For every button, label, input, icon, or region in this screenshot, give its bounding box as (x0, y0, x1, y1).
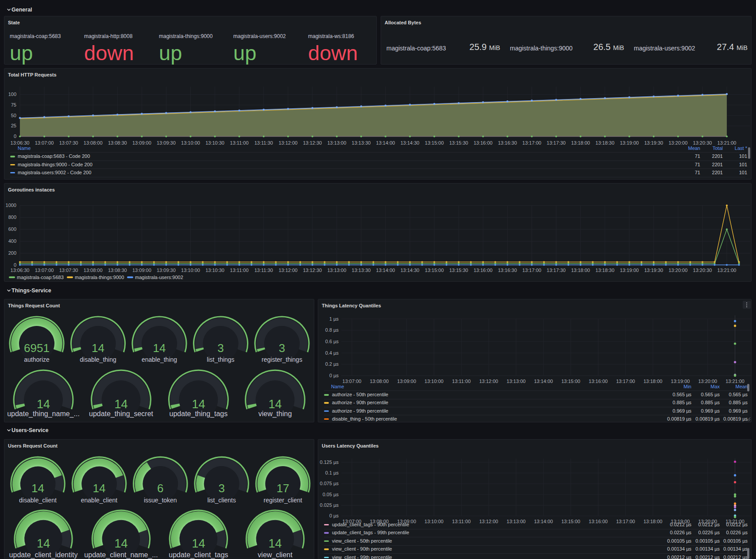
svg-text:13:20:30: 13:20:30 (693, 268, 712, 273)
svg-text:13:16:30: 13:16:30 (498, 140, 517, 145)
svg-text:13:17:00: 13:17:00 (522, 268, 541, 273)
svg-text:13:18:30: 13:18:30 (595, 268, 614, 273)
svg-text:1000: 1000 (6, 203, 16, 208)
svg-text:14: 14 (268, 537, 282, 550)
svg-text:13:08:00: 13:08:00 (84, 140, 103, 145)
svg-text:13:16:00: 13:16:00 (474, 268, 493, 273)
svg-text:13:15:30: 13:15:30 (449, 268, 468, 273)
svg-text:13:18:00: 13:18:00 (644, 519, 663, 524)
svg-text:update_thing_name_...: update_thing_name_... (7, 410, 80, 418)
svg-text:100: 100 (8, 92, 16, 97)
svg-text:enable_client: enable_client (81, 497, 118, 504)
svg-text:13:19:30: 13:19:30 (644, 268, 663, 273)
svg-text:13:21:00: 13:21:00 (717, 268, 737, 273)
svg-text:0 µs: 0 µs (329, 373, 339, 378)
svg-text:75: 75 (11, 102, 16, 107)
svg-text:200: 200 (8, 250, 16, 256)
svg-text:13:15:30: 13:15:30 (449, 140, 468, 145)
svg-text:13:09:00: 13:09:00 (132, 268, 151, 273)
svg-text:register_client: register_client (264, 497, 302, 504)
svg-text:14: 14 (93, 482, 106, 495)
svg-text:13:10:00: 13:10:00 (181, 268, 200, 273)
svg-text:enable_thing: enable_thing (142, 356, 177, 363)
svg-text:update_client_tags: update_client_tags (169, 551, 228, 559)
svg-text:13:06:30: 13:06:30 (11, 268, 30, 273)
svg-text:13:12:30: 13:12:30 (303, 268, 322, 273)
svg-text:13:14:30: 13:14:30 (401, 268, 420, 273)
svg-text:13:11:00: 13:11:00 (230, 268, 249, 273)
svg-text:3: 3 (279, 341, 285, 355)
svg-text:13:13:30: 13:13:30 (352, 140, 371, 145)
svg-text:14: 14 (114, 398, 127, 411)
svg-text:400: 400 (8, 238, 16, 244)
svg-text:13:15:00: 13:15:00 (425, 268, 444, 273)
svg-text:0: 0 (14, 262, 16, 268)
svg-text:13:19:00: 13:19:00 (620, 268, 639, 273)
svg-text:update_client_name_...: update_client_name_... (84, 551, 158, 559)
svg-text:13:07:30: 13:07:30 (59, 268, 78, 273)
svg-text:13:20:00: 13:20:00 (668, 140, 687, 145)
svg-text:0.05 µs: 0.05 µs (323, 492, 339, 497)
svg-text:13:08:30: 13:08:30 (108, 268, 127, 273)
svg-text:13:09:00: 13:09:00 (132, 140, 151, 145)
svg-text:13:14:00: 13:14:00 (534, 379, 553, 384)
svg-text:14: 14 (153, 341, 166, 355)
svg-text:13:20:00: 13:20:00 (698, 379, 717, 384)
svg-text:13:08:30: 13:08:30 (108, 140, 127, 145)
svg-text:25: 25 (11, 123, 16, 128)
svg-text:13:17:00: 13:17:00 (616, 379, 635, 384)
svg-text:update_thing_secret: update_thing_secret (89, 410, 154, 418)
svg-text:800: 800 (8, 214, 16, 220)
svg-text:6951: 6951 (24, 341, 50, 355)
svg-text:0.075 µs: 0.075 µs (320, 481, 339, 486)
svg-text:600: 600 (8, 226, 16, 232)
svg-text:0.1 µs: 0.1 µs (325, 470, 339, 475)
svg-text:0 µs: 0 µs (329, 513, 339, 518)
svg-text:14: 14 (114, 537, 127, 550)
svg-text:13:09:00: 13:09:00 (397, 379, 416, 384)
svg-text:13:11:00: 13:11:00 (452, 519, 471, 524)
svg-text:14: 14 (192, 537, 205, 550)
svg-text:14: 14 (37, 398, 50, 411)
svg-text:13:10:30: 13:10:30 (205, 140, 224, 145)
svg-text:disable_client: disable_client (19, 497, 57, 504)
svg-text:13:07:00: 13:07:00 (35, 140, 54, 145)
svg-text:13:10:00: 13:10:00 (181, 140, 200, 145)
svg-text:list_clients: list_clients (207, 497, 236, 504)
svg-text:13:20:30: 13:20:30 (693, 140, 712, 145)
svg-text:13:12:00: 13:12:00 (479, 379, 498, 384)
svg-text:13:16:00: 13:16:00 (474, 140, 493, 145)
svg-text:13:09:30: 13:09:30 (157, 268, 176, 273)
svg-text:0.125 µs: 0.125 µs (320, 459, 339, 465)
svg-text:13:11:00: 13:11:00 (230, 140, 249, 145)
svg-text:13:14:00: 13:14:00 (376, 140, 395, 145)
svg-text:authorize: authorize (24, 356, 50, 363)
svg-text:0.6 µs: 0.6 µs (325, 339, 339, 344)
svg-text:14: 14 (192, 398, 205, 411)
svg-text:0.2 µs: 0.2 µs (325, 361, 339, 367)
svg-text:13:19:30: 13:19:30 (644, 140, 663, 145)
svg-text:13:19:00: 13:19:00 (671, 379, 690, 384)
svg-text:13:21:00: 13:21:00 (717, 140, 737, 145)
svg-text:13:07:00: 13:07:00 (35, 268, 54, 273)
svg-text:13:09:30: 13:09:30 (157, 140, 176, 145)
svg-text:list_things: list_things (207, 356, 234, 363)
svg-text:update_thing_tags: update_thing_tags (170, 410, 228, 418)
svg-text:13:15:00: 13:15:00 (561, 519, 580, 524)
svg-text:13:17:00: 13:17:00 (522, 140, 541, 145)
svg-text:13:18:00: 13:18:00 (571, 140, 590, 145)
svg-text:13:16:00: 13:16:00 (589, 379, 608, 384)
svg-text:14: 14 (92, 341, 104, 355)
svg-text:13:11:00: 13:11:00 (452, 379, 471, 384)
svg-text:13:07:30: 13:07:30 (59, 140, 78, 145)
svg-text:update_client_identity: update_client_identity (9, 551, 78, 559)
svg-text:view_thing: view_thing (258, 410, 292, 418)
svg-text:13:12:00: 13:12:00 (479, 519, 498, 524)
svg-text:13:20:00: 13:20:00 (668, 268, 687, 273)
svg-text:13:15:00: 13:15:00 (561, 379, 580, 384)
svg-text:13:11:30: 13:11:30 (255, 140, 273, 145)
svg-text:50: 50 (11, 113, 16, 118)
svg-text:13:21:00: 13:21:00 (725, 379, 744, 384)
svg-text:14: 14 (31, 482, 44, 495)
svg-text:13:13:00: 13:13:00 (327, 140, 346, 145)
